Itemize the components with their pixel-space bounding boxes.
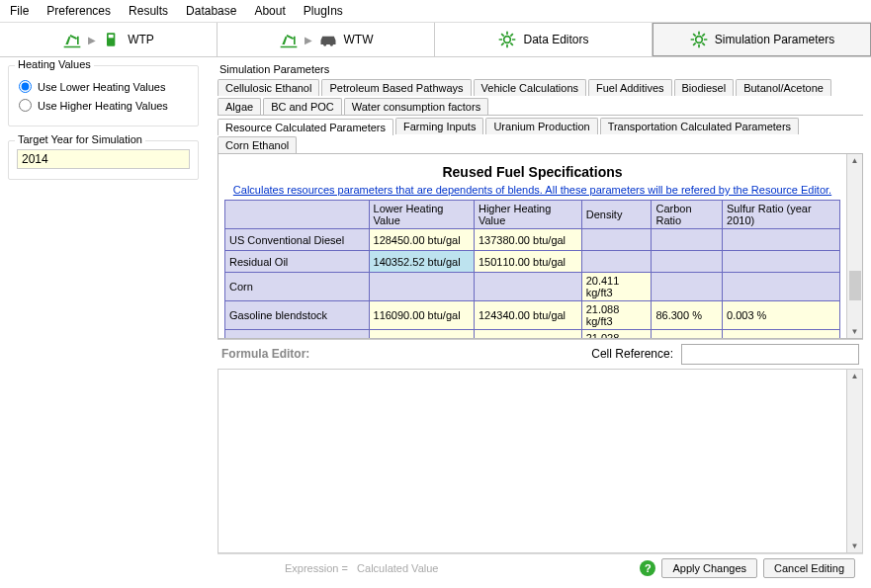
tab-corn-ethanol[interactable]: Corn Ethanol (218, 136, 297, 153)
col-header: Higher Heating Value (474, 201, 581, 229)
toolbar-wtp[interactable]: ▶ WTP (0, 23, 218, 56)
cell[interactable] (723, 229, 840, 251)
cell[interactable] (723, 273, 840, 301)
expression-label: Expression = (285, 562, 348, 574)
cell[interactable] (474, 273, 581, 301)
svg-rect-1 (109, 35, 114, 38)
cell[interactable]: 0.003 % (723, 301, 840, 330)
scrollbar[interactable]: ▲▼ (846, 154, 862, 338)
cell[interactable]: 116090.00 btu/gal (369, 301, 474, 330)
svg-point-3 (695, 37, 702, 43)
toolbar: ▶ WTP ▶ WTW Data Editors Simulation Para… (0, 23, 871, 57)
row-header: Residual Oil (225, 251, 370, 273)
tab-algae[interactable]: Algae (218, 98, 261, 115)
footer: Expression = Calculated Value ? Apply Ch… (218, 553, 863, 582)
radio-input[interactable] (19, 80, 32, 93)
target-year-input[interactable] (17, 149, 190, 169)
toolbar-label: Data Editors (523, 33, 588, 46)
col-header: Density (581, 201, 652, 229)
cell[interactable] (652, 251, 723, 273)
arrow-icon: ▶ (305, 35, 312, 45)
tab-petroleum-based-pathways[interactable]: Petroleum Based Pathways (321, 79, 471, 96)
section-label: Simulation Parameters (219, 63, 863, 75)
tab-fuel-additives[interactable]: Fuel Additives (588, 79, 671, 96)
cell[interactable]: 0.000 % (723, 330, 840, 338)
section-title: Reused Fuel Specifications (224, 164, 840, 180)
toolbar-simulation-parameters[interactable]: Simulation Parameters (653, 23, 871, 56)
table-row: MTBE93540.000 btu/gal101130.00 btu/gal21… (225, 330, 840, 338)
car-icon (318, 30, 338, 49)
cell[interactable] (652, 229, 723, 251)
radio-lower-heating[interactable]: Use Lower Heating Values (19, 80, 190, 93)
gear-icon (689, 30, 709, 49)
cell[interactable]: 86.300 % (652, 301, 723, 330)
cell[interactable]: 150110.00 btu/gal (474, 251, 581, 273)
fuel-pump-icon (102, 30, 122, 49)
expression-value: Calculated Value (357, 562, 438, 574)
expression-row: Expression = Calculated Value (225, 562, 634, 574)
toolbar-label: Simulation Parameters (715, 33, 834, 46)
scrollbar[interactable]: ▲▼ (846, 370, 862, 553)
toolbar-data-editors[interactable]: Data Editors (435, 23, 653, 56)
oil-pump-icon (62, 30, 82, 49)
cell[interactable] (581, 229, 652, 251)
menu-results[interactable]: Results (129, 4, 168, 18)
left-panel: Heating Values Use Lower Heating Values … (0, 57, 208, 586)
table-header-row: Lower Heating ValueHigher Heating ValueD… (225, 201, 840, 229)
cell[interactable]: 21.088 kg/ft3 (581, 301, 652, 330)
table-row: Residual Oil140352.52 btu/gal150110.00 b… (225, 251, 840, 273)
row-header: MTBE (225, 330, 370, 338)
cell[interactable]: 124340.00 btu/gal (474, 301, 581, 330)
cell[interactable]: 68.100 % (652, 330, 723, 338)
tab-water-consumption-factors[interactable]: Water consumption factors (344, 98, 488, 115)
cell[interactable]: 93540.000 btu/gal (369, 330, 474, 338)
radio-input[interactable] (19, 99, 32, 112)
col-header: Sulfur Ratio (year 2010) (723, 201, 840, 229)
cell-reference-label: Cell Reference: (591, 347, 673, 361)
cell[interactable]: 137380.00 btu/gal (474, 229, 581, 251)
heating-values-group: Heating Values Use Lower Heating Values … (8, 65, 199, 126)
oil-pump-icon (279, 30, 299, 49)
menu-plugins[interactable]: PlugIns (304, 4, 343, 18)
apply-changes-button[interactable]: Apply Changes (661, 558, 757, 578)
radio-higher-heating[interactable]: Use Higher Heating Values (19, 99, 190, 112)
tab-vehicle-calculations[interactable]: Vehicle Calculations (474, 79, 586, 96)
tab-uranium-production[interactable]: Uranium Production (485, 118, 597, 134)
arrow-icon: ▶ (88, 35, 96, 45)
menubar: FilePreferencesResultsDatabaseAboutPlugI… (0, 0, 871, 23)
formula-body[interactable]: ▲▼ (218, 369, 863, 554)
tab-biodiesel[interactable]: Biodiesel (674, 79, 735, 96)
cell[interactable]: 20.411 kg/ft3 (581, 273, 652, 301)
tab-butanol-acetone[interactable]: Butanol/Acetone (736, 79, 831, 96)
tab-transportation-calculated-parameters[interactable]: Transportation Calculated Parameters (600, 118, 799, 134)
toolbar-wtw[interactable]: ▶ WTW (218, 23, 435, 56)
tab-resource-calculated-parameters[interactable]: Resource Calculated Parameters (218, 119, 393, 135)
tab-bc-and-poc[interactable]: BC and POC (263, 98, 342, 115)
cell-reference-input[interactable] (681, 344, 859, 365)
row-header: Corn (225, 273, 370, 301)
parameters-table: Lower Heating ValueHigher Heating ValueD… (224, 200, 840, 338)
cell[interactable]: 140352.52 btu/gal (369, 251, 474, 273)
cell[interactable]: 21.028 kg/ft3 (581, 330, 652, 338)
row-header: Gasoline blendstock (225, 301, 370, 330)
menu-preferences[interactable]: Preferences (46, 4, 111, 18)
group-title: Target Year for Simulation (15, 133, 145, 145)
cancel-editing-button[interactable]: Cancel Editing (763, 558, 855, 578)
cell[interactable] (369, 273, 474, 301)
menu-file[interactable]: File (10, 4, 29, 18)
cell[interactable] (581, 251, 652, 273)
menu-about[interactable]: About (254, 4, 285, 18)
col-header: Carbon Ratio (652, 201, 723, 229)
menu-database[interactable]: Database (186, 4, 236, 18)
table-row: Corn20.411 kg/ft3 (225, 273, 840, 301)
radio-label: Use Higher Heating Values (38, 100, 168, 112)
formula-bar: Formula Editor: Cell Reference: (218, 339, 863, 369)
cell[interactable]: 128450.00 btu/gal (369, 229, 474, 251)
cell[interactable] (652, 273, 723, 301)
tab-farming-inputs[interactable]: Farming Inputs (395, 118, 483, 134)
cell[interactable]: 101130.00 btu/gal (474, 330, 581, 338)
section-link[interactable]: Calculates resources parameters that are… (224, 184, 840, 196)
cell[interactable] (723, 251, 840, 273)
help-icon[interactable]: ? (640, 560, 655, 576)
tab-cellulosic-ethanol[interactable]: Cellulosic Ethanol (218, 79, 319, 96)
